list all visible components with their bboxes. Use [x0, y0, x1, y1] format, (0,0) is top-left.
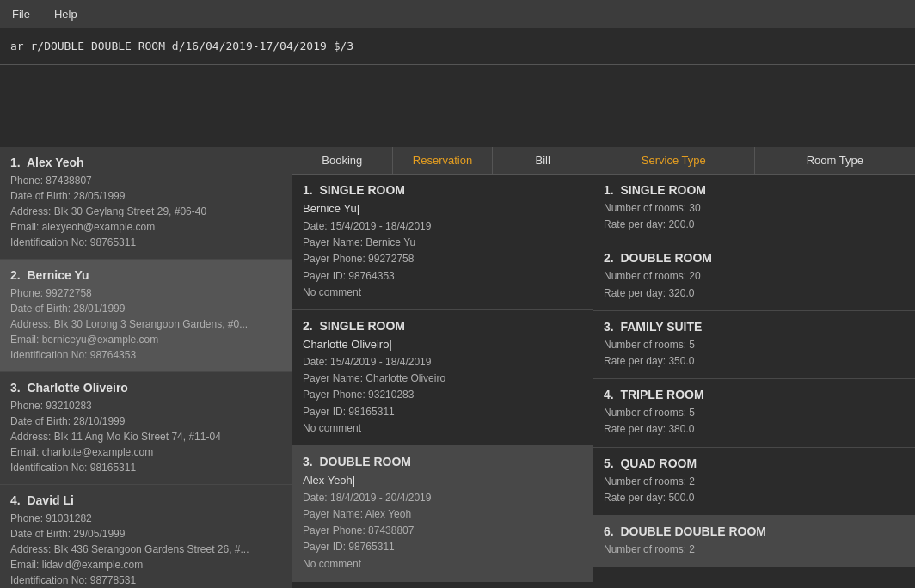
- service-item[interactable]: 1. SINGLE ROOM Number of rooms: 30Rate p…: [593, 175, 915, 242]
- tab-room-type[interactable]: Room Type: [755, 147, 916, 174]
- guest-item[interactable]: 1. Alex Yeoh Phone: 87438807 Date of Bir…: [0, 147, 292, 260]
- reservation-item[interactable]: 3. DOUBLE ROOM Alex Yeoh| Date: 18/4/201…: [292, 446, 593, 582]
- guest-item[interactable]: 3. Charlotte Oliveiro Phone: 93210283 Da…: [0, 372, 292, 485]
- reservation-room-type: 2. SINGLE ROOM: [303, 319, 582, 333]
- service-name: 2. DOUBLE ROOM: [604, 251, 905, 265]
- menu-help[interactable]: Help: [49, 4, 83, 24]
- commandbar: ar r/DOUBLE DOUBLE ROOM d/16/04/2019-17/…: [0, 28, 915, 65]
- tab-reservation[interactable]: Reservation: [393, 147, 494, 174]
- service-detail: Number of rooms: 2Rate per day: 500.0: [604, 474, 905, 506]
- reservation-item[interactable]: 1. SINGLE ROOM Bernice Yu| Date: 15/4/20…: [292, 175, 593, 310]
- tab-service-type[interactable]: Service Type: [593, 147, 755, 174]
- guest-detail: Phone: 93210283 Date of Birth: 28/10/199…: [10, 398, 281, 475]
- menu-file[interactable]: File: [7, 4, 35, 24]
- service-detail: Number of rooms: 30Rate per day: 200.0: [604, 200, 905, 233]
- service-item[interactable]: 2. DOUBLE ROOM Number of rooms: 20Rate p…: [593, 242, 915, 310]
- right-tabs: Service Type Room Type: [593, 147, 915, 175]
- tab-booking[interactable]: Booking: [292, 147, 393, 174]
- service-name: 4. TRIPLE ROOM: [604, 388, 905, 401]
- guest-panel: 1. Alex Yeoh Phone: 87438807 Date of Bir…: [0, 147, 292, 588]
- guest-name: 2. Bernice Yu: [10, 268, 281, 282]
- guest-name: 3. Charlotte Oliveiro: [10, 381, 281, 395]
- reservation-guest: Charlotte Oliveiro|: [303, 338, 582, 351]
- reservation-item[interactable]: 4. TRIPLE ROOM: [292, 582, 593, 588]
- service-detail: Number of rooms: 20Rate per day: 320.0: [604, 268, 905, 301]
- reservation-item[interactable]: 2. SINGLE ROOM Charlotte Oliveiro| Date:…: [292, 310, 593, 446]
- guest-name: 1. Alex Yeoh: [10, 156, 281, 169]
- guest-detail: Phone: 87438807 Date of Birth: 28/05/199…: [10, 173, 281, 250]
- service-item[interactable]: 5. QUAD ROOM Number of rooms: 2Rate per …: [593, 448, 915, 516]
- tab-bill[interactable]: Bill: [493, 147, 593, 174]
- reservation-detail: Date: 18/4/2019 - 20/4/2019 Payer Name: …: [303, 490, 582, 573]
- reservation-detail: Date: 15/4/2019 - 18/4/2019 Payer Name: …: [303, 218, 582, 301]
- header-area: [0, 65, 915, 147]
- middle-tabs: Booking Reservation Bill: [292, 147, 593, 175]
- service-name: 5. QUAD ROOM: [604, 456, 905, 470]
- service-detail: Number of rooms: 5Rate per day: 350.0: [604, 337, 905, 370]
- middle-panel: Booking Reservation Bill 1. SINGLE ROOM …: [292, 147, 593, 588]
- reservation-list: 1. SINGLE ROOM Bernice Yu| Date: 15/4/20…: [292, 175, 593, 588]
- reservation-detail: Date: 15/4/2019 - 18/4/2019 Payer Name: …: [303, 354, 582, 437]
- reservation-room-type: 3. DOUBLE ROOM: [303, 455, 582, 469]
- main-layout: 1. Alex Yeoh Phone: 87438807 Date of Bir…: [0, 147, 915, 588]
- command-text: ar r/DOUBLE DOUBLE ROOM d/16/04/2019-17/…: [10, 40, 353, 52]
- guest-detail: Phone: 91031282 Date of Birth: 29/05/199…: [10, 511, 281, 588]
- service-item[interactable]: 6. DOUBLE DOUBLE ROOM Number of rooms: 2: [593, 516, 915, 567]
- guest-detail: Phone: 99272758 Date of Birth: 28/01/199…: [10, 285, 281, 363]
- guest-item[interactable]: 4. David Li Phone: 91031282 Date of Birt…: [0, 485, 292, 588]
- service-detail: Number of rooms: 2: [604, 542, 905, 558]
- reservation-guest: Alex Yeoh|: [303, 474, 582, 487]
- reservation-guest: Bernice Yu|: [303, 202, 582, 215]
- service-name: 1. SINGLE ROOM: [604, 183, 905, 197]
- service-list: 1. SINGLE ROOM Number of rooms: 30Rate p…: [593, 175, 915, 588]
- guest-item[interactable]: 2. Bernice Yu Phone: 99272758 Date of Bi…: [0, 260, 292, 372]
- right-panel: Service Type Room Type 1. SINGLE ROOM Nu…: [593, 147, 915, 588]
- service-name: 3. FAMILY SUITE: [604, 320, 905, 334]
- service-item[interactable]: 3. FAMILY SUITE Number of rooms: 5Rate p…: [593, 311, 915, 379]
- service-item[interactable]: 4. TRIPLE ROOM Number of rooms: 5Rate pe…: [593, 379, 915, 447]
- service-detail: Number of rooms: 5Rate per day: 380.0: [604, 405, 905, 438]
- service-name: 6. DOUBLE DOUBLE ROOM: [604, 524, 905, 538]
- reservation-room-type: 1. SINGLE ROOM: [303, 183, 582, 197]
- guest-name: 4. David Li: [10, 493, 281, 507]
- menubar: File Help: [0, 0, 915, 28]
